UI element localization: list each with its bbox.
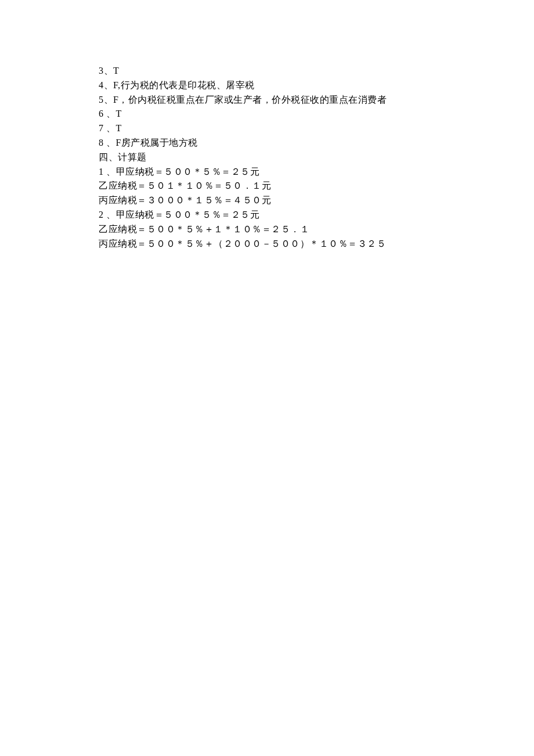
text-line: 乙应纳税＝５００＊５％＋１＊１０％＝２５．１	[99, 222, 441, 237]
text-line: 1 、甲应纳税＝５００＊５％＝２５元	[99, 165, 441, 179]
text-line: 2 、甲应纳税＝５００＊５％＝２５元	[99, 208, 441, 222]
text-line: 四、计算题	[99, 150, 441, 165]
text-line: 6 、T	[99, 107, 441, 121]
text-line: 3、T	[99, 64, 441, 78]
text-line: 丙应纳税＝３０００＊１５％＝４５０元	[99, 193, 441, 208]
text-line: 5、F，价内税征税重点在厂家或生产者，价外税征收的重点在消费者	[99, 93, 441, 107]
text-line: 乙应纳税＝５０１＊１０％＝５０．１元	[99, 179, 441, 193]
document-page: 3、T 4、F,行为税的代表是印花税、屠宰税 5、F，价内税征税重点在厂家或生产…	[0, 0, 441, 251]
text-line: 4、F,行为税的代表是印花税、屠宰税	[99, 78, 441, 93]
text-line: 7 、T	[99, 121, 441, 136]
text-line: 8 、F房产税属于地方税	[99, 136, 441, 150]
text-line: 丙应纳税＝５００＊５％＋（２０００－５００）＊１０％＝３２５	[99, 237, 441, 251]
